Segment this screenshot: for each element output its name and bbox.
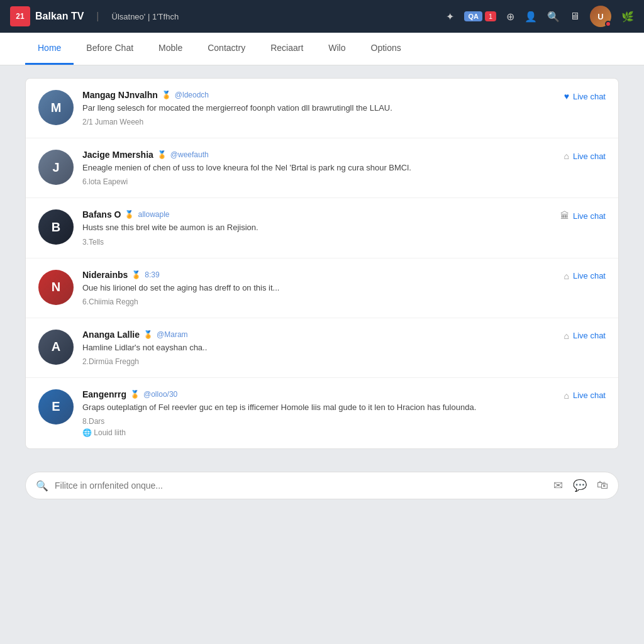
header-subtitle: Ülsatneo' | 1'Tfhch [112, 12, 179, 21]
chat-meta2: 🌐 Louid liith [82, 428, 555, 437]
live-chat-icon: ⌂ [564, 331, 569, 341]
chat-meta: 6.lota Eapewi [82, 177, 555, 186]
nav-reciaart[interactable]: Reciaart [258, 33, 316, 65]
chat-verified-icon: 🏅 [157, 150, 167, 159]
live-chat-button[interactable]: 🏛Live chat [560, 209, 606, 221]
qa-badge: QA [464, 11, 482, 21]
chat-meta: 3.Tells [82, 238, 552, 247]
search-actions: ✉ 💬 🛍 [553, 479, 608, 492]
chat-verified-icon: 🏅 [130, 390, 140, 399]
message-icon[interactable]: ✉ [553, 479, 563, 492]
live-chat-button[interactable]: ⌂Live chat [564, 150, 606, 161]
live-chat-button[interactable]: ⌂Live chat [564, 330, 606, 341]
brand-name: Balkan TV [35, 11, 84, 22]
chat-handle: @weefauth [170, 150, 209, 159]
badge-group: QA 1 [464, 11, 496, 21]
avatar: J [38, 150, 74, 185]
live-chat-button[interactable]: ♥Live chat [564, 90, 606, 101]
chat-name: Bafans O [82, 209, 121, 219]
plus-icon[interactable]: ⊕ [506, 11, 514, 23]
chat-item: NNiderainbs🏅8:39Oue his lirionel do set … [26, 258, 618, 318]
chat-message: Graps outeplatign of Fel reevler guc en … [82, 402, 555, 413]
chat-header-row: Ananga Lallie🏅@Maram [82, 330, 555, 340]
chat-meta: 6.Chiimia Reggh [82, 297, 555, 306]
chat-item: BBafans O🏅allowapleHusts sne this brel w… [26, 198, 618, 258]
bag-icon[interactable]: 🛍 [597, 479, 608, 492]
avatar: A [38, 330, 74, 365]
live-chat-icon: ⌂ [564, 151, 569, 161]
chat-name: Ananga Lallie [82, 330, 140, 340]
live-chat-label: Live chat [573, 211, 606, 221]
logo-area: 21 Balkan TV [10, 6, 84, 26]
chat-verified-icon: 🏅 [125, 210, 134, 219]
chat-message: Husts sne this brel wite be aumon is an … [82, 222, 552, 233]
chat-header-row: Mangag NJnvalhn🏅@ldeodch [82, 90, 555, 100]
chat-handle: allowaple [138, 210, 169, 219]
search-icon-footer: 🔍 [36, 480, 48, 492]
chat-content: Mangag NJnvalhn🏅@ldeodchPar lleng selesc… [82, 90, 555, 126]
chat-header-row: Niderainbs🏅8:39 [82, 270, 555, 280]
user-icon[interactable]: 👤 [525, 11, 537, 23]
chat-name: Niderainbs [82, 270, 128, 280]
chat-list: MMangag NJnvalhn🏅@ldeodchPar lleng seles… [25, 78, 619, 449]
chat-verified-icon: 🏅 [143, 330, 153, 339]
main-nav: Home Before Chat Moble Contactry Reciaar… [0, 33, 644, 65]
nav-contactry[interactable]: Contactry [195, 33, 258, 65]
live-chat-label: Live chat [573, 271, 606, 280]
chat-meta: 2.Dirmüa Freggh [82, 357, 555, 366]
search-input[interactable] [55, 480, 547, 491]
leaf-icon[interactable]: 🌿 [621, 11, 634, 23]
chat-content: Bafans O🏅allowapleHusts sne this brel wi… [82, 209, 552, 246]
chat-message: Eneagle menien of chen of uss to love kn… [82, 162, 555, 174]
chat-message: Par lleng selesch for mocated the mergie… [82, 103, 555, 114]
chat-verified-icon: 🏅 [162, 91, 171, 99]
chat-header-row: Jacige Mmershia🏅@weefauth [82, 150, 555, 160]
avatar: E [38, 389, 74, 425]
chat-content: Ananga Lallie🏅@MaramHamline Lidlar's not… [82, 330, 555, 366]
live-chat-icon: ⌂ [564, 391, 569, 401]
notification-dot [605, 21, 611, 27]
chat-handle: @ldeodch [175, 91, 209, 99]
footer: 🔍 ✉ 💬 🛍 [0, 462, 644, 509]
user-avatar[interactable]: U [590, 6, 611, 27]
header-icons: ✦ QA 1 ⊕ 👤 🔍 🖥 U 🌿 [446, 6, 634, 27]
red-badge: 1 [485, 11, 496, 21]
nav-options[interactable]: Options [358, 33, 414, 65]
nav-moble[interactable]: Moble [146, 33, 195, 65]
live-chat-button[interactable]: ⌂Live chat [564, 389, 606, 401]
chat-handle: @olloo/30 [143, 390, 177, 399]
star-icon[interactable]: ✦ [446, 11, 454, 23]
chat-message: Hamline Lidlar's not eayshan cha.. [82, 342, 555, 353]
nav-home[interactable]: Home [25, 33, 74, 65]
header-divider: | [96, 11, 99, 22]
screen-icon[interactable]: 🖥 [570, 11, 580, 22]
chat-bubble-icon[interactable]: 💬 [573, 479, 587, 492]
chat-name: Eangenrrg [82, 389, 126, 399]
search-bar: 🔍 ✉ 💬 🛍 [25, 472, 619, 499]
chat-message: Oue his lirionel do set the aging has dr… [82, 282, 555, 294]
nav-wilo[interactable]: Wilo [316, 33, 358, 65]
chat-content: Niderainbs🏅8:39Oue his lirionel do set t… [82, 270, 555, 306]
search-icon[interactable]: 🔍 [547, 11, 560, 23]
chat-item: JJacige Mmershia🏅@weefauthEneagle menien… [26, 138, 618, 198]
chat-content: Jacige Mmershia🏅@weefauthEneagle menien … [82, 150, 555, 186]
chat-item: MMangag NJnvalhn🏅@ldeodchPar lleng seles… [26, 79, 618, 138]
chat-handle: 8:39 [145, 270, 159, 279]
chat-meta: 8.Dars [82, 417, 555, 426]
chat-verified-icon: 🏅 [131, 270, 141, 279]
avatar: B [38, 209, 74, 245]
live-chat-icon: 🏛 [560, 211, 569, 221]
chat-header-row: Bafans O🏅allowaple [82, 209, 552, 219]
avatar: M [38, 90, 74, 125]
live-chat-label: Live chat [573, 331, 606, 340]
avatar: N [38, 270, 74, 305]
live-chat-button[interactable]: ⌂Live chat [564, 270, 606, 281]
chat-name: Jacige Mmershia [82, 150, 153, 160]
chat-item: EEangenrrg🏅@olloo/30Graps outeplatign of… [26, 378, 618, 448]
nav-before-chat[interactable]: Before Chat [74, 33, 146, 65]
chat-handle: @Maram [157, 330, 188, 339]
header: 21 Balkan TV | Ülsatneo' | 1'Tfhch ✦ QA … [0, 0, 644, 33]
chat-name: Mangag NJnvalhn [82, 90, 158, 100]
live-chat-icon: ⌂ [564, 271, 569, 281]
chat-item: AAnanga Lallie🏅@MaramHamline Lidlar's no… [26, 318, 618, 378]
